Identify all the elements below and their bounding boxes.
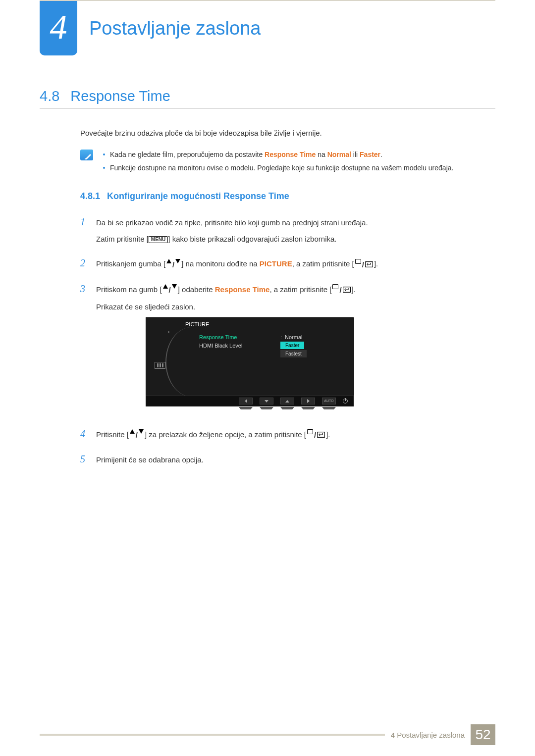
osd-opt-fastest: Fastest: [280, 350, 307, 357]
step-3: 3 Pritiskom na gumb [/] odaberite Respon…: [80, 281, 495, 420]
chapter-badge: 4: [40, 1, 77, 55]
svg-rect-0: [85, 158, 86, 159]
step-number: 5: [80, 452, 87, 467]
osd-nav-right-icon: [301, 398, 315, 404]
content-area: 4.8 Response Time Povećajte brzinu odazi…: [40, 88, 495, 477]
osd-panel: PICTURE Response Time HDMI Black Level :…: [146, 317, 354, 406]
osd-nav-up-icon: [280, 398, 294, 404]
up-down-icon: /: [130, 429, 144, 441]
footer-label: 4 Postavljanje zaslona: [391, 731, 465, 739]
step-1: 1 Da bi se prikazao vodič za tipke, prit…: [80, 214, 495, 250]
subsection-number: 4.8.1: [80, 191, 100, 202]
osd-nav-left-icon: [239, 398, 253, 404]
section-heading: 4.8 Response Time: [40, 88, 495, 109]
note-icon: [80, 150, 93, 160]
step-number: 2: [80, 255, 87, 271]
subsection-heading: 4.8.1 Konfiguriranje mogućnosti Response…: [80, 191, 495, 202]
step-2: 2 Pritiskanjem gumba [/] na monitoru dođ…: [80, 255, 495, 275]
osd-values: :Normal Faster Fastest: [280, 333, 307, 358]
step-body: Pritisnite [/] za prelazak do željene op…: [96, 429, 495, 446]
menu-button-icon: MENU: [149, 236, 168, 243]
osd-power-icon: [343, 399, 348, 403]
osd-bottom-bar: AUTO: [146, 396, 354, 406]
osd-item-response-time: Response Time: [199, 333, 242, 342]
up-down-icon: /: [166, 259, 180, 270]
note-list: Kada ne gledate film, preporučujemo da p…: [101, 150, 453, 176]
chapter-number: 4: [50, 7, 67, 47]
note-item-1: Kada ne gledate film, preporučujemo da p…: [101, 150, 453, 160]
top-rule: [40, 0, 495, 1]
osd-item-hdmi-black: HDMI Black Level: [199, 342, 242, 351]
osd-menu-items: Response Time HDMI Black Level: [199, 333, 242, 351]
select-enter-icon: /: [307, 429, 325, 441]
osd-arc: [165, 327, 195, 397]
step-number: 3: [80, 281, 87, 297]
footer-rule: [40, 734, 385, 736]
step-5: 5 Primijenit će se odabrana opcija.: [80, 452, 495, 470]
step-body: Primijenit će se odabrana opcija.: [96, 454, 495, 470]
step-number: 4: [80, 426, 87, 442]
osd-nav-down-icon: [260, 398, 273, 404]
subsection-title: Konfiguriranje mogućnosti Response Time: [107, 191, 289, 202]
page-number: 52: [471, 724, 495, 745]
step-body: Da bi se prikazao vodič za tipke, pritis…: [96, 217, 495, 250]
osd-auto-button: AUTO: [322, 398, 336, 404]
note-block: Kada ne gledate film, preporučujemo da p…: [80, 150, 495, 176]
steps-list: 1 Da bi se prikazao vodič za tipke, prit…: [80, 214, 495, 471]
osd-side-icon: [155, 362, 165, 369]
select-enter-icon: /: [355, 259, 373, 270]
step-body: Pritiskom na gumb [/] odaberite Response…: [96, 284, 495, 420]
section-title: Response Time: [70, 88, 170, 104]
intro-text: Povećajte brzinu odaziva ploče da bi boj…: [80, 128, 495, 139]
note-item-2: Funkcije dostupne na monitoru ovise o mo…: [101, 163, 453, 173]
chapter-title: Postavljanje zaslona: [89, 18, 261, 39]
osd-screenshot: PICTURE Response Time HDMI Black Level :…: [146, 317, 495, 410]
section-number: 4.8: [40, 88, 59, 104]
up-down-icon: /: [163, 284, 177, 296]
osd-opt-normal: Normal: [285, 334, 302, 340]
osd-opt-faster: Faster: [280, 342, 304, 349]
step-number: 1: [80, 214, 87, 230]
step-4: 4 Pritisnite [/] za prelazak do željene …: [80, 426, 495, 446]
step-body: Pritiskanjem gumba [/] na monitoru dođit…: [96, 258, 495, 275]
footer: 4 Postavljanje zaslona 52: [40, 724, 495, 745]
select-enter-icon: /: [332, 284, 350, 296]
